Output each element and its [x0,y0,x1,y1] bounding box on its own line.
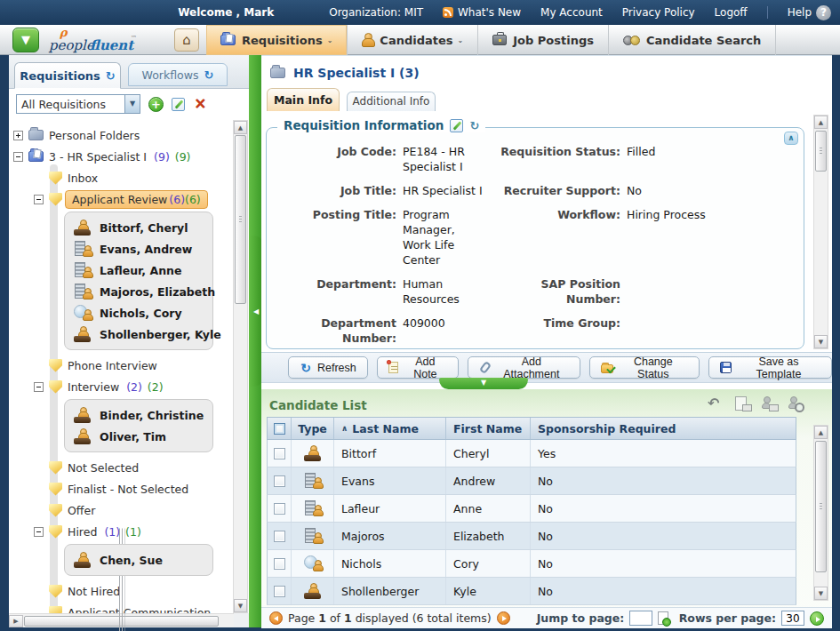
collapse-icon[interactable] [34,527,44,537]
tree-vertical-scrollbar[interactable]: ▲ ▼ [233,120,248,613]
scrollbar-thumb[interactable] [235,135,246,304]
nav-requisitions[interactable]: Requisitions ⌄ [206,25,348,55]
collapse-icon[interactable] [13,152,23,162]
tree-candidate[interactable]: Majoros, Elizabeth [65,281,212,302]
tree-candidate[interactable]: Oliver, Tim [65,426,212,447]
tree-node-not-hired[interactable]: Not Hired [9,580,249,602]
table-row[interactable]: Nichols Cory No [267,550,796,578]
home-button[interactable] [174,28,199,52]
rows-per-page-go-button[interactable] [810,611,824,626]
scrollbar-thumb[interactable] [815,131,827,172]
rows-per-page-input[interactable] [781,611,804,626]
cell-last-name[interactable]: Evans [333,467,445,494]
column-header-first-name[interactable]: First Name [445,418,530,439]
cell-last-name[interactable]: Bittorf [333,440,445,467]
scrollbar-thumb[interactable] [24,616,219,627]
requisition-filter-select[interactable]: All Requisitions [16,94,140,114]
tree-candidate[interactable]: Nichols, Cory [65,302,212,323]
tree-candidate[interactable]: Lafleur, Anne [65,260,212,281]
help-icon[interactable] [816,5,831,20]
row-checkbox[interactable] [274,448,285,459]
scroll-up-arrow[interactable]: ▲ [234,121,247,134]
tab-requisitions[interactable]: Requisitions [14,62,121,89]
collapse-icon[interactable] [34,195,44,204]
scroll-down-arrow[interactable]: ▼ [234,599,247,612]
previous-page-button[interactable] [269,611,283,625]
whats-new-link[interactable]: What's New [443,6,521,19]
nav-candidate-search[interactable]: Candidate Search [609,25,776,55]
table-row[interactable]: Majoros Elizabeth No [267,523,796,550]
collapse-icon[interactable] [34,382,44,392]
tab-workflows[interactable]: Workflows [128,63,228,86]
tree-candidate[interactable]: Chen, Sue [65,549,212,571]
tree-node-hr-specialist[interactable]: 3 - HR Specialist I (9)(9) [9,146,249,167]
column-header-type[interactable]: Type [291,418,333,439]
scroll-up-arrow[interactable]: ▲ [814,116,828,129]
tab-main-info[interactable]: Main Info [267,88,340,111]
cell-last-name[interactable]: Shollenberger [333,578,445,604]
row-checkbox[interactable] [274,503,285,515]
tree-candidate[interactable]: Shollenberger, Kyle [65,323,212,345]
add-button[interactable] [148,97,164,112]
tree-candidate[interactable]: Binder, Christine [65,404,212,426]
select-arrow-icon[interactable] [124,95,140,113]
change-status-button[interactable]: Change Status [589,356,700,379]
column-header-sponsorship[interactable]: Sponsorship Required [530,418,796,439]
tree-node-applicant-review[interactable]: Applicant Review (6)(6) [9,188,249,210]
table-row[interactable]: Evans Andrew No [267,467,796,495]
my-account-link[interactable]: My Account [540,6,603,19]
delete-button[interactable] [193,97,207,111]
document-mail-icon[interactable] [734,396,750,411]
nav-candidates[interactable]: Candidates ⌄ [348,25,478,55]
expand-icon[interactable] [13,131,23,140]
edit-button[interactable] [172,98,185,111]
info-panel-scrollbar[interactable]: ▲ ▼ [813,115,828,349]
row-checkbox[interactable] [274,558,285,570]
tree-candidate[interactable]: Evans, Andrew [65,238,212,260]
table-row[interactable]: Shollenberger Kyle No [267,578,796,605]
add-attachment-button[interactable]: Add Attachment [468,356,580,379]
scroll-right-arrow[interactable]: ▶ [9,615,23,627]
select-all-checkbox[interactable] [274,423,285,435]
candidate-list-scrollbar[interactable]: ▲ ▼ [813,425,828,601]
tree-node-inbox[interactable]: Inbox [9,167,249,188]
nav-job-postings[interactable]: Job Postings [478,25,609,55]
tab-additional-info[interactable]: Additional Info [347,92,436,111]
save-as-template-button[interactable]: Save as Template [708,356,832,379]
help-link[interactable]: Help [788,5,831,20]
cell-last-name[interactable]: Lafleur [333,495,445,522]
jump-go-icon[interactable] [658,611,668,625]
tree-node-personal-folders[interactable]: Personal Folders [9,124,249,146]
tree-node-applicant-communication[interactable]: Applicant Communication [9,602,249,613]
add-note-button[interactable]: Add Note [377,356,459,379]
cell-last-name[interactable]: Majoros [333,523,445,549]
logoff-link[interactable]: Logoff [715,6,748,19]
scrollbar-thumb[interactable] [815,441,827,572]
person-search-icon[interactable] [788,396,804,411]
refresh-button[interactable]: Refresh [288,356,368,379]
tree-node-interview[interactable]: Interview (2)(2) [9,376,249,397]
tree-node-finalist-not-selected[interactable]: Finalist - Not Selected [9,478,249,499]
section-collapse-handle[interactable] [439,378,528,389]
tree-horizontal-scrollbar[interactable]: ◀ ▶ [9,613,234,627]
refresh-icon[interactable] [106,69,116,83]
scroll-up-arrow[interactable]: ▲ [814,426,828,439]
row-checkbox[interactable] [274,531,285,542]
tree-node-hired[interactable]: Hired (1)(1) [9,521,249,542]
sidebar-splitter[interactable] [249,55,261,627]
tree-node-offer[interactable]: Offer [9,499,249,521]
scroll-down-arrow[interactable]: ▼ [814,587,828,600]
refresh-icon[interactable] [204,68,214,82]
person-mail-icon[interactable] [761,396,777,411]
jump-to-page-input[interactable] [629,611,652,626]
undo-icon[interactable] [708,396,724,411]
scroll-down-arrow[interactable]: ▼ [814,335,828,348]
tree-candidate[interactable]: Bittorf, Cheryl [65,217,212,238]
cell-last-name[interactable]: Nichols [333,550,445,577]
column-header-last-name[interactable]: ∧Last Name [333,418,445,439]
tree-node-not-selected[interactable]: Not Selected [9,457,249,478]
privacy-policy-link[interactable]: Privacy Policy [622,6,695,19]
row-checkbox[interactable] [274,586,285,597]
next-page-button[interactable] [497,611,510,625]
row-checkbox[interactable] [274,475,285,487]
